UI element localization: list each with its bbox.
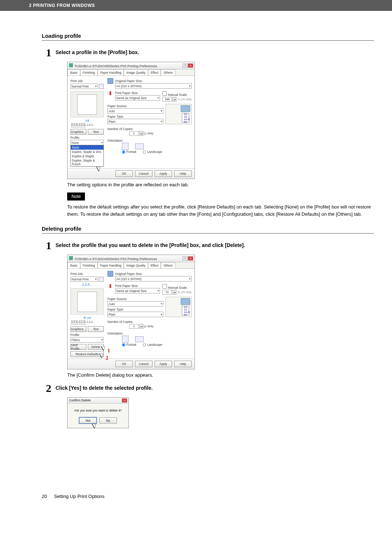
help-button[interactable]: ? xyxy=(183,64,188,68)
scale-input[interactable] xyxy=(162,290,172,295)
caption: The [Confirm Delete] dialog box appears. xyxy=(67,372,374,378)
tab-finishing[interactable]: Finishing xyxy=(80,262,98,268)
preview-label: 1,2,3... xyxy=(70,283,104,286)
scale-spinner[interactable]: ▴▾ xyxy=(172,290,176,295)
paper-type-combo[interactable]: Plain xyxy=(107,312,163,317)
help-button[interactable]: Help xyxy=(174,170,192,177)
profile-option[interactable]: Duplex, Staple & 2in1 xyxy=(71,150,103,154)
tab-basic[interactable]: Basic xyxy=(68,262,80,268)
orig-size-combo[interactable]: A4 (210 x 297mm) xyxy=(115,83,192,89)
paper-source-combo[interactable]: Auto xyxy=(107,301,163,307)
tab-paper-handling[interactable]: Paper Handling xyxy=(98,262,124,268)
copies-spinner[interactable]: ▴▾ xyxy=(139,131,143,136)
manual-scale-checkbox[interactable] xyxy=(162,91,167,96)
landscape-icon xyxy=(135,143,144,149)
step-number: 1 xyxy=(42,240,56,251)
no-button[interactable]: No xyxy=(99,417,117,424)
printer-icon xyxy=(69,256,73,260)
print-size-combo[interactable]: Same as Original Size xyxy=(115,288,160,293)
preview-size: ⟳ A4 xyxy=(70,316,104,320)
apply-button[interactable]: Apply xyxy=(155,170,172,177)
profile-label: Profile: xyxy=(70,136,104,139)
portrait-icon xyxy=(122,336,128,343)
portrait-radio[interactable]: Portrait xyxy=(122,343,136,347)
scale-range: % (25-400) xyxy=(177,98,192,101)
print-job-label: Print Job: xyxy=(70,79,104,83)
tab-strip: Basic Finishing Paper Handling Image Qua… xyxy=(68,262,195,269)
tab-basic[interactable]: Basic xyxy=(68,69,80,76)
copies-label: Number of Copies: xyxy=(107,127,192,131)
print-job-label: Print Job: xyxy=(70,272,104,276)
tab-effect[interactable]: Effect xyxy=(148,262,161,268)
confirm-message: Are you sure you want to delete it? xyxy=(71,409,125,412)
close-button[interactable]: × xyxy=(188,256,193,260)
note-text: To restore the default settings after yo… xyxy=(67,203,374,218)
print-job-combo[interactable]: Normal Print xyxy=(70,276,98,282)
save-profile-button[interactable]: Save Profile... xyxy=(70,344,86,350)
print-size-combo[interactable]: Same as Original Size xyxy=(115,95,160,101)
copies-range: [1-999] xyxy=(144,132,153,135)
tray-schematic: A4A3A4-RB4 xyxy=(166,297,192,317)
ok-button[interactable]: OK xyxy=(115,361,133,367)
restore-defaults-button[interactable]: Restore Defaults xyxy=(70,351,104,357)
paper-type-combo[interactable]: Plain xyxy=(107,119,163,124)
scale-input[interactable] xyxy=(162,97,172,102)
profile-option[interactable]: Duplex & Staple xyxy=(71,154,103,158)
profile-dropdown[interactable]: None Duplex, Staple & 2in1 Duplex & Stap… xyxy=(70,145,104,167)
copies-input[interactable] xyxy=(129,324,139,329)
dialog-titlebar: Confirm Delete × xyxy=(68,398,128,404)
copies-spinner[interactable]: ▴▾ xyxy=(139,324,143,329)
orig-size-combo[interactable]: A4 (210 x 297mm) xyxy=(115,276,192,281)
copies-input[interactable] xyxy=(129,131,139,136)
preview-icon: 1,2,3...1,2,3... xyxy=(71,320,78,325)
graphics-button[interactable]: Graphics... xyxy=(70,326,86,332)
landscape-radio[interactable]: Landscape xyxy=(143,343,162,347)
print-job-settings-button[interactable] xyxy=(99,277,104,282)
profile-option[interactable]: None xyxy=(71,145,103,150)
manual-scale-label: Manual Scale: xyxy=(168,93,188,97)
step-text: Select the profile that you want to dele… xyxy=(56,240,245,248)
graphics-button[interactable]: Graphics... xyxy=(70,129,86,135)
portrait-radio[interactable]: Portrait xyxy=(122,150,136,154)
ok-button[interactable]: OK xyxy=(115,170,133,177)
help-button[interactable]: ? xyxy=(183,256,188,260)
chapter-header: 2 PRINTING FROM WINDOWS xyxy=(0,0,392,11)
apply-button[interactable]: Apply xyxy=(155,361,172,367)
text-button[interactable]: Text xyxy=(88,129,104,135)
copies-label: Number of Copies: xyxy=(107,320,192,324)
help-button[interactable]: Help xyxy=(174,361,192,367)
tray-schematic: A4A3A4-RB4 xyxy=(166,104,192,124)
cursor-icon xyxy=(97,166,102,172)
tab-image-quality[interactable]: Image Quality xyxy=(124,262,148,268)
manual-scale-checkbox[interactable] xyxy=(162,284,167,289)
paper-source-label: Paper Source: xyxy=(107,297,163,301)
profile-combo[interactable]: None xyxy=(70,140,104,145)
text-button[interactable]: Text xyxy=(88,326,104,332)
tab-finishing[interactable]: Finishing xyxy=(80,69,98,76)
step-number: 2 xyxy=(42,383,56,394)
profile-combo[interactable]: File01 xyxy=(70,337,104,343)
page-preview xyxy=(70,91,104,117)
tab-image-quality[interactable]: Image Quality xyxy=(124,69,148,76)
tab-effect[interactable]: Effect xyxy=(148,69,161,76)
preview-size: A4 xyxy=(70,119,104,122)
preview-icon: 1,2,3...1,2,3... xyxy=(71,123,78,127)
print-job-settings-button[interactable] xyxy=(99,84,104,89)
landscape-radio[interactable]: Landscape xyxy=(143,150,162,154)
cursor-icon xyxy=(100,352,105,359)
tab-others[interactable]: Others xyxy=(161,262,175,268)
tab-paper-handling[interactable]: Paper Handling xyxy=(98,69,124,76)
print-job-combo[interactable]: Normal Print xyxy=(70,84,98,89)
cancel-button[interactable]: Cancel xyxy=(135,361,152,367)
cursor-icon xyxy=(93,423,98,429)
close-button[interactable]: × xyxy=(122,398,127,402)
tab-others[interactable]: Others xyxy=(161,69,175,76)
confirm-delete-dialog: Confirm Delete × Are you sure you want t… xyxy=(67,397,129,428)
scale-spinner[interactable]: ▴▾ xyxy=(172,97,176,102)
close-button[interactable]: × xyxy=(188,64,193,68)
caption: The setting options in the profile are r… xyxy=(67,182,374,187)
cancel-button[interactable]: Cancel xyxy=(135,170,152,177)
manual-scale-label: Manual Scale: xyxy=(168,286,188,289)
tab-strip: Basic Finishing Paper Handling Image Qua… xyxy=(68,69,195,76)
paper-source-combo[interactable]: Auto xyxy=(107,108,163,114)
